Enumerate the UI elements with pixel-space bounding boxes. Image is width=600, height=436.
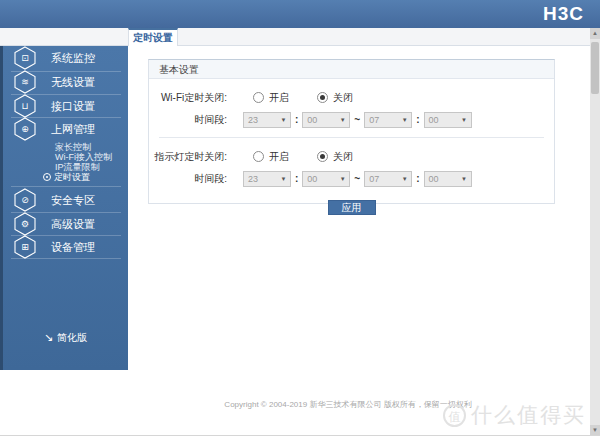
sidebar-item-wireless-settings[interactable]: ≋ 无线设置 xyxy=(3,71,128,93)
sidebar-divider xyxy=(11,186,121,187)
chevron-down-icon: ▼ xyxy=(398,117,411,123)
sidebar-item-advanced-settings[interactable]: ⚙ 高级设置 xyxy=(3,213,128,235)
wifi-start-hour-select[interactable]: 23▼ xyxy=(243,112,291,128)
chevron-down-icon: ▼ xyxy=(277,176,290,182)
colon-separator: : xyxy=(295,173,298,184)
sidebar-item-interface-settings[interactable]: ⊔ 接口设置 xyxy=(3,95,128,117)
security-lock-icon: ⊘ xyxy=(14,188,36,212)
sidebar-item-security-zone[interactable]: ⊘ 安全专区 xyxy=(3,189,128,211)
system-monitor-icon: ⊡ xyxy=(14,46,36,70)
wifi-end-minute-select[interactable]: 00▼ xyxy=(424,112,472,128)
scroll-down-icon[interactable]: ▼ xyxy=(590,425,600,436)
internet-management-icon: ⊕ xyxy=(14,117,36,141)
led-timer-on-option[interactable]: 开启 xyxy=(253,150,289,164)
tab-strip xyxy=(0,28,590,46)
chevron-down-icon: ▼ xyxy=(458,176,471,182)
sidebar-item-label: 设备管理 xyxy=(51,240,95,255)
wifi-timer-row: Wi-Fi定时关闭: 开启 关闭 xyxy=(149,87,554,108)
interface-icon: ⊔ xyxy=(14,94,36,118)
gear-icon: ⚙ xyxy=(14,212,36,236)
led-start-hour-select[interactable]: 23▼ xyxy=(243,171,291,187)
led-end-minute-select[interactable]: 00▼ xyxy=(424,171,472,187)
sidebar-item-device-management[interactable]: ⊞ 设备管理 xyxy=(3,236,128,258)
smzdm-logo-icon: 值 xyxy=(443,404,466,427)
sidebar-item-system-monitor[interactable]: ⊡ 系统监控 xyxy=(3,47,128,69)
time-range-label: 时间段: xyxy=(149,113,227,127)
wifi-time-range-row: 时间段: 23▼ : 00▼ ~ 07▼ : 00▼ xyxy=(149,109,554,130)
radio-checked-icon[interactable] xyxy=(317,151,328,162)
tilde-separator: ~ xyxy=(354,173,360,184)
chevron-down-icon: ▼ xyxy=(336,117,349,123)
chevron-down-icon: ▼ xyxy=(277,117,290,123)
led-timer-row: 指示灯定时关闭: 开启 关闭 xyxy=(149,146,554,167)
vertical-scrollbar[interactable]: ▲ ▼ xyxy=(590,28,600,436)
led-timer-label: 指示灯定时关闭: xyxy=(149,150,227,164)
radio-unchecked-icon[interactable] xyxy=(253,151,264,162)
wifi-timer-radio-group: 开启 关闭 xyxy=(253,91,381,105)
time-range-label: 时间段: xyxy=(149,172,227,186)
sidebar-nav: ⊡ 系统监控 ≋ 无线设置 ⊔ 接口设置 ⊕ 上网管理 家长控制 Wi-Fi接入… xyxy=(0,46,128,370)
chevron-down-icon: ▼ xyxy=(458,117,471,123)
led-time-range-group: 23▼ : 00▼ ~ 07▼ : 00▼ xyxy=(243,171,472,187)
wifi-timer-label: Wi-Fi定时关闭: xyxy=(149,91,227,105)
wifi-end-hour-select[interactable]: 07▼ xyxy=(364,112,412,128)
h3c-logo: H3C xyxy=(543,3,584,25)
sidebar-subitem-label: 定时设置 xyxy=(54,172,90,182)
sidebar-item-label: 系统监控 xyxy=(51,51,95,66)
led-time-range-row: 时间段: 23▼ : 00▼ ~ 07▼ : 00▼ xyxy=(149,168,554,189)
apply-button[interactable]: 应用 xyxy=(328,200,376,215)
device-icon: ⊞ xyxy=(14,235,36,259)
top-header: H3C xyxy=(0,0,600,28)
sidebar-divider xyxy=(11,258,121,259)
sidebar-item-label: 接口设置 xyxy=(51,99,95,114)
panel-title: 基本设置 xyxy=(149,60,554,79)
colon-separator: : xyxy=(416,173,419,184)
sidebar-item-label: 高级设置 xyxy=(51,217,95,232)
led-timer-off-option[interactable]: 关闭 xyxy=(317,150,353,164)
scrollbar-thumb[interactable] xyxy=(591,42,599,94)
radio-checked-icon[interactable] xyxy=(317,92,328,103)
simplified-version-label: 简化版 xyxy=(57,332,87,343)
led-timer-radio-group: 开启 关闭 xyxy=(253,150,381,164)
basic-settings-panel: 基本设置 Wi-Fi定时关闭: 开启 关闭 时间段: 23▼ : 00▼ ~ 0… xyxy=(148,59,555,204)
sidebar-item-internet-management[interactable]: ⊕ 上网管理 xyxy=(3,118,128,140)
chevron-down-icon: ▼ xyxy=(398,176,411,182)
wireless-icon: ≋ xyxy=(14,70,36,94)
led-end-hour-select[interactable]: 07▼ xyxy=(364,171,412,187)
smzdm-watermark: 值 什么值得买 xyxy=(443,401,586,429)
wifi-timer-off-option[interactable]: 关闭 xyxy=(317,91,353,105)
radio-unchecked-icon[interactable] xyxy=(253,92,264,103)
tab-timer-settings[interactable]: 定时设置 xyxy=(128,28,178,46)
wifi-start-minute-select[interactable]: 00▼ xyxy=(302,112,350,128)
chevron-down-icon: ▼ xyxy=(336,176,349,182)
colon-separator: : xyxy=(416,114,419,125)
sidebar-item-label: 无线设置 xyxy=(51,75,95,90)
watermark-text: 什么值得买 xyxy=(471,401,586,429)
scroll-up-icon[interactable]: ▲ xyxy=(590,28,600,39)
section-divider xyxy=(159,137,544,138)
wifi-timer-on-option[interactable]: 开启 xyxy=(253,91,289,105)
selected-dot-icon xyxy=(43,173,51,181)
led-start-minute-select[interactable]: 00▼ xyxy=(302,171,350,187)
simplified-version-icon: ↘ xyxy=(44,331,53,343)
sidebar-subitem-timer-settings[interactable]: 定时设置 xyxy=(43,171,90,183)
simplified-version-link[interactable]: ↘简化版 xyxy=(3,331,128,345)
wifi-time-range-group: 23▼ : 00▼ ~ 07▼ : 00▼ xyxy=(243,112,472,128)
tilde-separator: ~ xyxy=(354,114,360,125)
sidebar-item-label: 安全专区 xyxy=(51,193,95,208)
sidebar-item-label: 上网管理 xyxy=(51,122,95,137)
colon-separator: : xyxy=(295,114,298,125)
